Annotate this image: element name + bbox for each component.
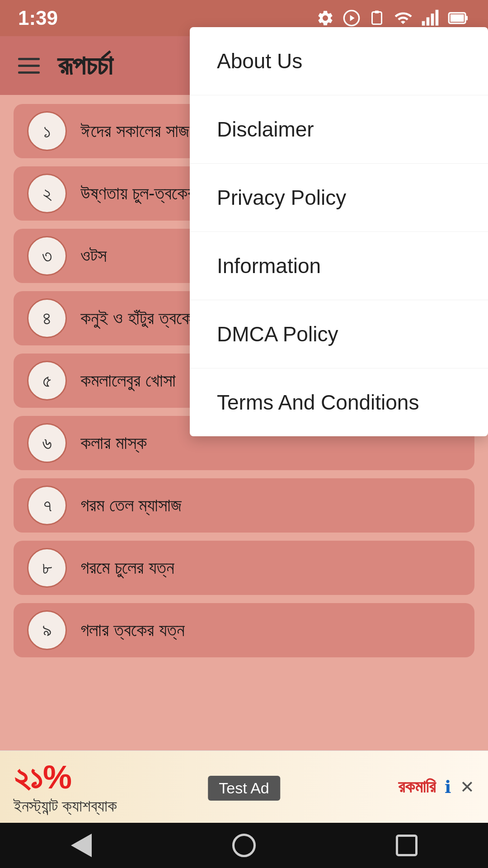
menu-item-dmca-policy[interactable]: DMCA Policy bbox=[190, 300, 488, 368]
svg-rect-3 bbox=[375, 11, 379, 14]
ad-text-left: ২১% ইনস্ট্যান্ট ক্যাশব্যাক bbox=[14, 759, 117, 816]
item-text-5: কমলালেবুর খোসা bbox=[80, 370, 176, 391]
app-title: রূপচর্চা bbox=[58, 50, 113, 81]
item-text-6: কলার মাস্ক bbox=[80, 433, 147, 453]
menu-item-disclaimer[interactable]: Disclaimer bbox=[190, 95, 488, 164]
svg-rect-9 bbox=[450, 14, 464, 22]
ad-cashback-text: ইনস্ট্যান্ট ক্যাশব্যাক bbox=[14, 797, 117, 816]
menu-item-information[interactable]: Information bbox=[190, 232, 488, 300]
recent-button[interactable] bbox=[389, 827, 425, 863]
dropdown-menu: About Us Disclaimer Privacy Policy Infor… bbox=[190, 27, 488, 436]
item-number-4: ৪ bbox=[27, 298, 67, 338]
svg-rect-4 bbox=[422, 21, 425, 26]
signal-icon bbox=[421, 9, 439, 27]
item-number-7: ৭ bbox=[27, 486, 67, 525]
item-number-6: ৬ bbox=[27, 423, 67, 463]
svg-rect-2 bbox=[372, 12, 382, 24]
ad-close-icon[interactable]: ✕ bbox=[460, 777, 474, 797]
status-icons bbox=[316, 9, 470, 27]
ad-logo-area: রকমারি ℹ ✕ bbox=[398, 777, 474, 797]
item-number-3: ৩ bbox=[27, 236, 67, 276]
home-circle-icon bbox=[232, 834, 256, 857]
svg-rect-5 bbox=[427, 17, 430, 25]
menu-item-terms-and-conditions[interactable]: Terms And Conditions bbox=[190, 368, 488, 436]
list-item[interactable]: ৭ গরম তেল ম্যাসাজ bbox=[14, 478, 474, 533]
settings-icon bbox=[316, 9, 334, 27]
recent-square-icon bbox=[396, 835, 418, 856]
list-item[interactable]: ৯ গলার ত্বকের যত্ন bbox=[14, 603, 474, 657]
nav-bar bbox=[0, 823, 488, 868]
item-number-1: ১ bbox=[27, 111, 67, 151]
item-text-1: ঈদের সকালের সাজ bbox=[80, 121, 189, 142]
menu-item-about-us[interactable]: About Us bbox=[190, 27, 488, 95]
svg-rect-6 bbox=[431, 14, 434, 26]
item-text-7: গরম তেল ম্যাসাজ bbox=[80, 495, 182, 516]
item-number-5: ৫ bbox=[27, 361, 67, 401]
back-triangle-icon bbox=[71, 834, 92, 857]
svg-rect-7 bbox=[436, 10, 439, 26]
hamburger-menu-button[interactable] bbox=[18, 58, 40, 74]
back-button[interactable] bbox=[63, 827, 99, 863]
item-text-2: উষ্ণতায় চুল-ত্বকের য bbox=[80, 183, 208, 204]
item-number-9: ৯ bbox=[27, 610, 67, 650]
wifi-icon bbox=[393, 9, 413, 27]
item-text-8: গরমে চুলের যত্ন bbox=[80, 557, 174, 578]
battery-icon bbox=[447, 9, 470, 27]
item-text-3: ওটস bbox=[80, 245, 107, 266]
menu-item-privacy-policy[interactable]: Privacy Policy bbox=[190, 164, 488, 232]
list-item[interactable]: ৮ গরমে চুলের যত্ন bbox=[14, 541, 474, 595]
ad-info-icon[interactable]: ℹ bbox=[445, 777, 451, 797]
svg-marker-1 bbox=[350, 15, 355, 21]
ad-banner: ২১% ইনস্ট্যান্ট ক্যাশব্যাক Test Ad রকমার… bbox=[0, 750, 488, 823]
clipboard-icon bbox=[369, 9, 385, 27]
svg-rect-10 bbox=[465, 16, 468, 20]
home-button[interactable] bbox=[226, 827, 262, 863]
status-time: 1:39 bbox=[18, 7, 58, 29]
ad-test-badge: Test Ad bbox=[208, 776, 280, 801]
item-number-2: ২ bbox=[27, 174, 67, 213]
play-icon bbox=[343, 9, 361, 27]
ad-logo-text: রকমারি bbox=[398, 777, 436, 797]
item-number-8: ৮ bbox=[27, 548, 67, 588]
item-text-9: গলার ত্বকের যত্ন bbox=[80, 620, 185, 641]
ad-percent: ২১% bbox=[14, 759, 117, 797]
